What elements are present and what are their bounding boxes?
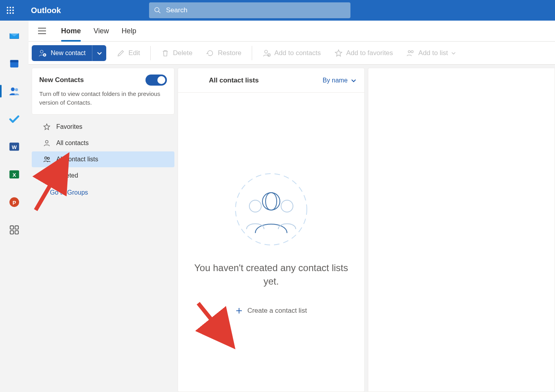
list-header: All contact lists By name xyxy=(178,68,364,93)
waffle-icon xyxy=(7,7,14,14)
main-shell: W X P Home View Help New contact xyxy=(0,21,555,392)
toolbar: New contact Edit Delete Restore xyxy=(29,42,555,65)
svg-point-1 xyxy=(10,7,11,8)
app-launcher-button[interactable] xyxy=(0,0,21,21)
svg-point-8 xyxy=(12,12,14,14)
nav-toggle-button[interactable] xyxy=(36,25,48,37)
new-contact-split-button: New contact xyxy=(32,45,106,61)
search-box[interactable] xyxy=(149,2,350,18)
nav-label: Favorites xyxy=(56,123,82,130)
svg-line-10 xyxy=(159,11,161,13)
star-icon xyxy=(334,49,343,57)
tab-home[interactable]: Home xyxy=(61,25,81,38)
svg-point-5 xyxy=(12,10,14,11)
list-title: All contact lists xyxy=(209,76,259,84)
svg-rect-24 xyxy=(15,231,18,234)
more-apps-icon xyxy=(8,224,20,236)
chevron-down-icon xyxy=(351,78,356,83)
svg-rect-22 xyxy=(15,226,18,229)
new-contacts-title: New Contacts xyxy=(39,76,84,84)
nav-all-contact-lists[interactable]: All contact lists xyxy=(32,151,174,167)
svg-point-6 xyxy=(7,12,8,14)
svg-point-33 xyxy=(411,50,413,52)
folder-list: Favorites All contacts All contact lists… xyxy=(32,119,174,196)
rail-word[interactable]: W xyxy=(6,139,22,155)
add-to-list-button[interactable]: Add to list xyxy=(403,46,459,60)
svg-text:P: P xyxy=(13,200,16,206)
svg-rect-12 xyxy=(10,60,19,63)
rail-todo[interactable] xyxy=(6,111,22,127)
people-icon xyxy=(8,85,20,97)
svg-point-13 xyxy=(11,88,15,91)
tab-help[interactable]: Help xyxy=(122,25,136,38)
delete-button[interactable]: Delete xyxy=(158,46,195,60)
svg-point-35 xyxy=(45,157,47,159)
empty-illustration xyxy=(232,170,311,250)
trash-icon xyxy=(43,172,51,180)
sort-dropdown[interactable]: By name xyxy=(323,77,356,84)
todo-icon xyxy=(8,113,20,125)
restore-icon xyxy=(206,49,214,57)
new-contacts-card: New Contacts Turn off to view contact fo… xyxy=(32,68,174,115)
folder-nav-panel: New Contacts Turn off to view contact fo… xyxy=(32,68,174,392)
svg-point-4 xyxy=(10,10,11,11)
svg-point-2 xyxy=(12,7,14,8)
toolbar-separator xyxy=(150,46,151,60)
trash-icon xyxy=(161,49,170,57)
add-to-contacts-button[interactable]: Add to contacts xyxy=(259,46,324,60)
people-icon xyxy=(43,155,51,163)
rail-powerpoint[interactable]: P xyxy=(6,194,22,210)
svg-point-9 xyxy=(155,8,159,12)
word-icon: W xyxy=(8,141,20,153)
tab-view[interactable]: View xyxy=(94,25,109,38)
contact-list-panel: All contact lists By name xyxy=(178,68,365,392)
svg-point-39 xyxy=(249,200,261,212)
svg-text:W: W xyxy=(12,144,17,150)
svg-point-3 xyxy=(7,10,8,11)
add-to-favorites-button[interactable]: Add to favorites xyxy=(331,46,396,60)
svg-point-37 xyxy=(235,174,307,245)
app-header: Outlook xyxy=(0,0,555,21)
sort-label: By name xyxy=(323,77,348,84)
plus-icon xyxy=(235,307,243,314)
new-contacts-toggle[interactable] xyxy=(145,75,167,86)
rail-more-apps[interactable] xyxy=(6,222,22,238)
hamburger-icon xyxy=(38,27,46,34)
search-input[interactable] xyxy=(166,6,346,14)
create-contact-list-label: Create a contact list xyxy=(247,307,307,315)
rail-mail[interactable] xyxy=(6,28,22,44)
search-icon xyxy=(154,6,161,14)
detail-panel xyxy=(368,68,555,392)
svg-point-30 xyxy=(265,50,268,53)
rail-people[interactable] xyxy=(6,83,22,99)
svg-point-7 xyxy=(10,12,11,14)
nav-favorites[interactable]: Favorites xyxy=(32,119,174,135)
toolbar-separator xyxy=(252,46,252,60)
svg-point-34 xyxy=(46,140,48,143)
svg-point-36 xyxy=(48,157,50,159)
empty-state: You haven't created any contact lists ye… xyxy=(178,93,364,392)
create-contact-list-button[interactable]: Create a contact list xyxy=(235,307,307,315)
powerpoint-icon: P xyxy=(8,196,20,208)
new-contact-dropdown[interactable] xyxy=(92,45,106,61)
app-title: Outlook xyxy=(31,6,61,15)
new-contact-label: New contact xyxy=(51,50,86,57)
star-icon xyxy=(43,123,51,131)
svg-text:X: X xyxy=(13,172,16,178)
restore-button[interactable]: Restore xyxy=(203,46,245,60)
edit-button[interactable]: Edit xyxy=(113,46,143,60)
svg-rect-23 xyxy=(10,231,13,234)
new-contacts-description: Turn off to view contact folders in the … xyxy=(39,90,167,107)
panels-row: New Contacts Turn off to view contact fo… xyxy=(29,65,555,392)
new-contact-button[interactable]: New contact xyxy=(32,45,92,61)
nav-label: All contact lists xyxy=(56,156,98,163)
nav-all-contacts[interactable]: All contacts xyxy=(32,135,174,151)
nav-deleted[interactable]: Deleted xyxy=(32,168,174,184)
rail-calendar[interactable] xyxy=(6,55,22,71)
nav-label: All contacts xyxy=(56,140,89,147)
svg-point-28 xyxy=(40,50,43,53)
svg-point-40 xyxy=(281,200,293,212)
go-to-groups-link[interactable]: Go to Groups xyxy=(32,186,174,196)
rail-excel[interactable]: X xyxy=(6,166,22,182)
edit-icon xyxy=(117,49,125,57)
